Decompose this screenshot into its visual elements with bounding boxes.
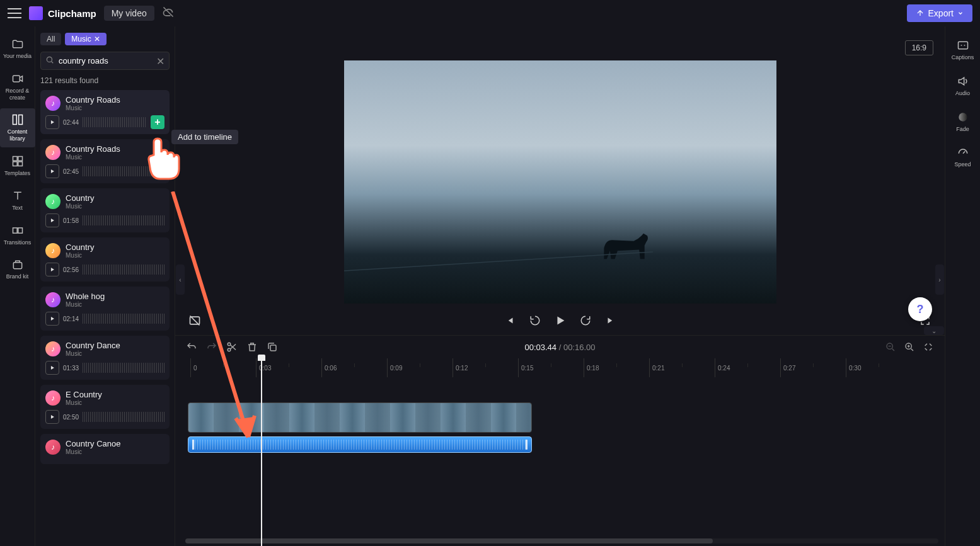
svg-rect-9 — [13, 263, 21, 269]
track-card[interactable]: ♪ Country Dance Music 01:33 — [40, 336, 170, 380]
menu-icon[interactable] — [8, 6, 21, 20]
logo-badge-icon — [29, 6, 43, 20]
forward-icon[interactable] — [579, 314, 592, 327]
search-box: ✕ — [40, 52, 170, 70]
help-button[interactable]: ? — [908, 297, 932, 321]
music-note-icon: ♪ — [45, 243, 61, 258]
ruler-tick: 0:27 — [780, 358, 795, 377]
track-card[interactable]: ♪ Country Music 02:56 — [40, 237, 170, 282]
preview-area: 16:9 — [175, 26, 945, 335]
nav-content-library[interactable]: Content library — [0, 108, 35, 147]
audio-clip[interactable] — [188, 436, 532, 453]
svg-rect-0 — [13, 76, 20, 82]
nav-fade[interactable]: Fade — [945, 106, 981, 138]
nav-transitions[interactable]: Transitions — [0, 219, 35, 251]
video-clip[interactable] — [188, 402, 532, 433]
rewind-icon[interactable] — [528, 314, 542, 327]
svg-point-14 — [959, 113, 967, 121]
nav-text[interactable]: Text — [0, 185, 35, 217]
zoom-controls — [884, 341, 935, 353]
ruler-tick: 0 — [190, 358, 197, 377]
export-button[interactable]: Export — [907, 4, 972, 22]
track-subtype: Music — [66, 203, 95, 210]
cloud-off-icon[interactable] — [162, 6, 175, 21]
waveform-icon — [83, 363, 164, 373]
search-input[interactable] — [40, 52, 170, 70]
zoom-out-icon[interactable] — [884, 341, 897, 353]
play-preview-button[interactable] — [45, 164, 59, 178]
nav-speed[interactable]: Speed — [945, 141, 981, 173]
track-subtype: Music — [66, 448, 120, 455]
play-icon[interactable] — [553, 314, 567, 327]
filter-all[interactable]: All — [40, 33, 61, 45]
ruler-tick: 0:06 — [321, 358, 337, 377]
video-preview[interactable] — [344, 60, 776, 304]
library-icon — [11, 113, 24, 126]
track-duration: 02:50 — [63, 414, 79, 421]
panel-collapse-left[interactable]: ‹ — [176, 264, 185, 295]
svg-rect-4 — [18, 156, 22, 161]
track-card[interactable]: ♪ Country Canoe Music — [40, 434, 170, 464]
playhead[interactable] — [261, 358, 262, 546]
clip-handle-left[interactable] — [192, 440, 194, 450]
ruler-tick: 0:15 — [518, 358, 533, 377]
nav-audio[interactable]: Audio — [945, 70, 981, 102]
nav-captions[interactable]: Captions — [945, 34, 981, 66]
track-title: Country Dance — [66, 341, 120, 350]
rope-line — [344, 247, 776, 272]
play-preview-button[interactable] — [45, 361, 59, 375]
ruler-tick: 0:30 — [846, 358, 861, 377]
project-name[interactable]: My video — [104, 6, 154, 21]
timeline-ruler[interactable]: 00:030:060:090:120:150:180:210:240:270:3… — [185, 358, 945, 377]
copy-icon[interactable] — [266, 341, 279, 353]
delete-icon[interactable] — [246, 341, 258, 353]
nav-record-create[interactable]: Record & create — [0, 67, 35, 106]
track-card[interactable]: ♪ Country Roads Music 02:44 + — [40, 90, 170, 134]
nav-brand-kit[interactable]: Brand kit — [0, 253, 35, 285]
aspect-ratio-badge[interactable]: 16:9 — [905, 40, 933, 55]
app-logo[interactable]: Clipchamp — [29, 6, 96, 20]
add-to-timeline-button[interactable]: + — [151, 115, 164, 129]
timeline-collapse[interactable]: ⌄ — [924, 326, 944, 335]
topbar-left: Clipchamp My video — [8, 6, 175, 21]
play-preview-button[interactable] — [45, 312, 59, 326]
svg-rect-13 — [958, 42, 967, 49]
captions-icon — [957, 39, 969, 52]
safezone-icon[interactable] — [188, 314, 202, 327]
undo-icon[interactable] — [185, 341, 198, 353]
waveform-icon — [83, 117, 147, 127]
right-sidebar: Captions Audio Fade Speed — [945, 26, 980, 546]
split-icon[interactable] — [226, 341, 238, 353]
play-preview-button[interactable] — [45, 115, 59, 129]
nav-templates[interactable]: Templates — [0, 150, 35, 182]
templates-icon — [11, 155, 24, 168]
track-subtype: Music — [66, 350, 120, 357]
track-card[interactable]: ♪ Whole hog Music 02:14 — [40, 287, 170, 331]
filter-music[interactable]: Music ✕ — [65, 33, 106, 45]
nav-your-media[interactable]: Your media — [0, 33, 35, 65]
play-preview-button[interactable] — [45, 410, 59, 424]
track-subtype: Music — [66, 399, 102, 406]
redo-icon[interactable] — [205, 341, 218, 353]
play-preview-button[interactable] — [45, 213, 59, 227]
svg-rect-7 — [13, 227, 17, 232]
folder-icon — [11, 38, 24, 50]
skip-end-icon[interactable] — [604, 314, 618, 327]
skip-start-icon[interactable] — [503, 314, 517, 327]
track-card[interactable]: ♪ Country Music 01:58 — [40, 188, 170, 232]
panel-collapse-right[interactable]: › — [935, 264, 944, 295]
clear-search-icon[interactable]: ✕ — [156, 55, 164, 67]
svg-rect-17 — [270, 345, 276, 351]
svg-point-16 — [228, 348, 231, 351]
clip-handle-right[interactable] — [526, 440, 527, 450]
svg-point-15 — [228, 343, 231, 346]
music-note-icon: ♪ — [45, 145, 61, 160]
zoom-in-icon[interactable] — [903, 341, 916, 353]
close-icon[interactable]: ✕ — [94, 35, 100, 43]
timeline-toolbar: 00:03.44 / 00:16.00 — [175, 336, 945, 358]
track-card[interactable]: ♪ E Country Music 02:50 — [40, 385, 170, 429]
timeline-scrollbar[interactable] — [185, 538, 938, 543]
play-preview-button[interactable] — [45, 263, 59, 276]
ruler-tick: 0:18 — [584, 358, 599, 377]
zoom-fit-icon[interactable] — [922, 341, 935, 353]
